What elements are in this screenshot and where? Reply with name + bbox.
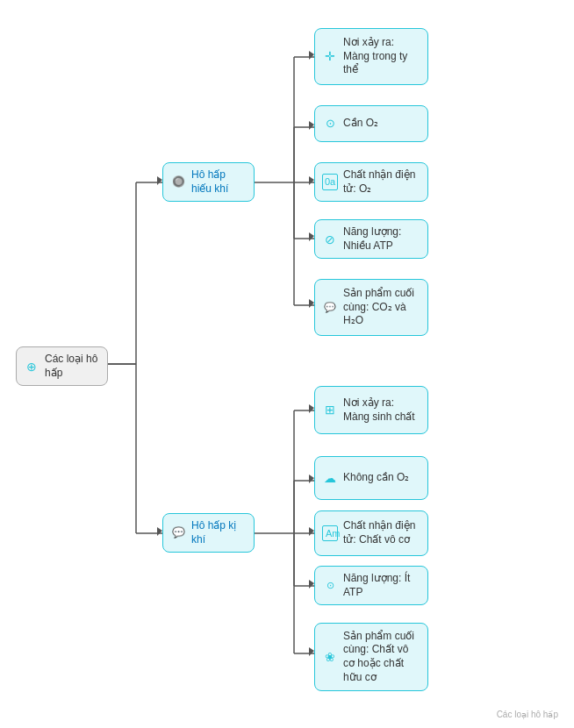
aerobic-leaf2-label: Cần O₂ — [343, 117, 420, 131]
anaerobic-leaf1-label: Nơi xảy ra: Màng sinh chất — [343, 396, 420, 424]
mind-map-diagram: ⊕ Các loại hô hấp 🔘 Hô hấp hiếu khí 💬 Hô… — [0, 0, 574, 728]
aerobic-node: 🔘 Hô hấp hiếu khí — [162, 162, 255, 202]
root-icon: ⊕ — [24, 359, 39, 375]
anaerobic-leaf4-icon: ⊙ — [322, 579, 338, 591]
aerobic-leaf5-icon: 💬 — [322, 301, 338, 313]
aerobic-leaf1-icon: ✛ — [322, 48, 338, 64]
aerobic-icon: 🔘 — [170, 175, 186, 189]
anaerobic-label: Hô hấp kị khí — [191, 519, 247, 546]
aerobic-leaf4-label: Năng lượng: Nhiều ATP — [343, 225, 420, 253]
anaerobic-leaf3-label: Chất nhận điện tử: Chất vô cơ — [343, 519, 420, 546]
anaerobic-leaf3-icon: Am — [322, 525, 338, 541]
aerobic-leaf-1: ✛ Nơi xảy ra: Màng trong ty thể — [314, 28, 428, 85]
anaerobic-leaf-1: ⊞ Nơi xảy ra: Màng sinh chất — [314, 386, 428, 434]
aerobic-leaf4-icon: ⊘ — [322, 232, 338, 247]
anaerobic-leaf-4: ⊙ Năng lượng: Ít ATP — [314, 566, 428, 605]
aerobic-leaf-5: 💬 Sản phẩm cuối cùng: CO₂ và H₂O — [314, 279, 428, 336]
aerobic-leaf-2: ⊙ Cần O₂ — [314, 105, 428, 142]
attribution: Các loại hô hấp — [497, 710, 558, 719]
aerobic-leaf2-icon: ⊙ — [322, 117, 338, 132]
anaerobic-leaf-2: ☁ Không cần O₂ — [314, 456, 428, 500]
aerobic-label: Hô hấp hiếu khí — [191, 168, 247, 196]
anaerobic-leaf2-label: Không cần O₂ — [343, 471, 420, 485]
aerobic-leaf-4: ⊘ Năng lượng: Nhiều ATP — [314, 219, 428, 259]
anaerobic-leaf2-icon: ☁ — [322, 470, 338, 486]
anaerobic-leaf4-label: Năng lượng: Ít ATP — [343, 572, 420, 599]
anaerobic-node: 💬 Hô hấp kị khí — [162, 513, 255, 553]
aerobic-leaf-3: 0a Chất nhận điện tử: O₂ — [314, 162, 428, 202]
anaerobic-leaf5-label: Sản phẩm cuối cùng: Chất vô cơ hoặc chất… — [343, 630, 420, 684]
aerobic-leaf5-label: Sản phẩm cuối cùng: CO₂ và H₂O — [343, 287, 420, 328]
aerobic-leaf3-label: Chất nhận điện tử: O₂ — [343, 168, 420, 196]
anaerobic-leaf5-icon: ❀ — [322, 649, 338, 665]
anaerobic-leaf1-icon: ⊞ — [322, 402, 338, 418]
aerobic-leaf3-icon: 0a — [322, 174, 338, 189]
aerobic-leaf1-label: Nơi xảy ra: Màng trong ty thể — [343, 36, 420, 77]
anaerobic-leaf-3: Am Chất nhận điện tử: Chất vô cơ — [314, 510, 428, 556]
root-node: ⊕ Các loại hô hấp — [16, 346, 108, 386]
anaerobic-leaf-5: ❀ Sản phẩm cuối cùng: Chất vô cơ hoặc ch… — [314, 623, 428, 691]
anaerobic-icon: 💬 — [170, 526, 186, 540]
root-label: Các loại hô hấp — [45, 353, 100, 380]
attribution-text: Các loại hô hấp — [497, 710, 558, 719]
